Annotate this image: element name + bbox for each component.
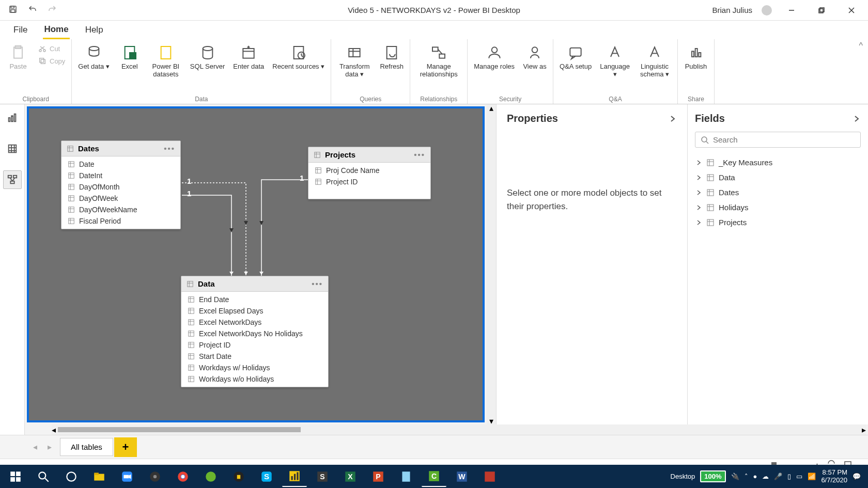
start-button[interactable] [3, 466, 28, 487]
minimize-button[interactable] [781, 2, 802, 19]
table-field[interactable]: Workdays w/o Holidays [181, 373, 328, 385]
maximize-button[interactable] [811, 2, 832, 19]
manage-roles-button[interactable]: Manage roles [472, 41, 517, 71]
tab-next-button[interactable]: ▸ [42, 438, 57, 456]
excel-taskbar-icon[interactable]: X [338, 466, 363, 487]
table-field[interactable]: Workdays w/ Holidays [181, 362, 328, 373]
vpn-icon[interactable] [226, 466, 251, 487]
get-data-button[interactable]: Get data ▾ [76, 41, 112, 71]
tray-icon[interactable]: ● [753, 473, 757, 480]
powerpoint-icon[interactable]: P [366, 466, 391, 487]
table-field[interactable]: Project ID [181, 339, 328, 351]
copy-button[interactable]: Copy [36, 56, 67, 66]
table-field[interactable]: Fiscal Period [61, 215, 180, 227]
avatar[interactable] [762, 5, 772, 15]
tab-home[interactable]: Home [43, 21, 69, 39]
snagit-icon[interactable]: S [310, 466, 335, 487]
word-icon[interactable]: W [450, 466, 474, 487]
tab-prev-button[interactable]: ◂ [28, 438, 42, 456]
table-field[interactable]: Excel NetworkDays [181, 317, 328, 328]
skype-icon[interactable]: S [254, 466, 279, 487]
fields-table-item[interactable]: Data [695, 170, 861, 185]
view-as-button[interactable]: View as [521, 41, 549, 71]
table-field[interactable]: DayOfWeek [61, 193, 180, 204]
tab-all-tables[interactable]: All tables [60, 438, 113, 456]
table-menu-icon[interactable]: ••• [414, 150, 425, 159]
chrome-icon[interactable] [171, 466, 195, 487]
battery-status[interactable]: 100% [700, 470, 725, 482]
cortana-icon[interactable] [59, 466, 84, 487]
zoom-app-icon[interactable] [115, 466, 140, 487]
model-canvas[interactable]: Dates••• DateDateIntDayOfMonthDayOfWeekD… [27, 106, 485, 422]
enter-data-button[interactable]: Enter data [231, 41, 266, 71]
table-field[interactable]: DayOfMonth [61, 181, 180, 193]
fields-search[interactable] [695, 132, 861, 148]
sql-server-button[interactable]: SQL Server [188, 41, 227, 71]
usb-icon[interactable]: ▯ [787, 473, 791, 480]
search-button[interactable] [31, 466, 56, 487]
tab-file[interactable]: File [12, 22, 28, 38]
vertical-scrollbar[interactable]: ▴ ▾ [487, 104, 496, 424]
fields-table-item[interactable]: Holidays [695, 200, 861, 215]
username[interactable]: Brian Julius [712, 6, 752, 14]
table-field[interactable]: Proj Code Name [308, 165, 430, 176]
paste-button[interactable]: Paste [4, 41, 32, 71]
search-input[interactable] [713, 135, 855, 144]
redo-icon[interactable] [48, 5, 57, 16]
file-explorer-icon[interactable] [87, 466, 112, 487]
pbi-datasets-button[interactable]: Power BI datasets [148, 41, 184, 78]
excel-button[interactable]: Excel [116, 41, 144, 71]
power-icon[interactable]: 🔌 [731, 473, 739, 480]
table-field[interactable]: Project ID [308, 176, 430, 187]
language-button[interactable]: Language▾ [598, 41, 632, 78]
clock[interactable]: 8:57 PM 6/7/2020 [821, 469, 847, 484]
table-field[interactable]: DateInt [61, 170, 180, 181]
fields-table-item[interactable]: Projects [695, 215, 861, 230]
media-player-icon[interactable] [143, 466, 167, 487]
mic-icon[interactable]: 🎤 [774, 473, 782, 480]
cut-button[interactable]: Cut [36, 43, 67, 54]
tab-help[interactable]: Help [84, 22, 104, 38]
fields-table-item[interactable]: Dates [695, 185, 861, 200]
dragon-icon[interactable] [198, 466, 223, 487]
horizontal-scrollbar[interactable]: ◂▸ [52, 424, 866, 435]
manage-relationships-button[interactable]: Manage relationships [414, 41, 463, 78]
properties-header[interactable]: Properties [507, 113, 677, 124]
table-field[interactable]: End Date [181, 294, 328, 305]
table-card-data[interactable]: Data••• End DateExcel Elapsed DaysExcel … [181, 276, 329, 387]
table-card-dates[interactable]: Dates••• DateDateIntDayOfMonthDayOfWeekD… [61, 140, 181, 229]
table-field[interactable]: Start Date [181, 351, 328, 362]
transform-data-button[interactable]: Transform data ▾ [335, 41, 374, 78]
linguistic-schema-button[interactable]: Linguistic schema ▾ [636, 41, 673, 78]
onedrive-icon[interactable]: ☁ [762, 473, 769, 480]
battery-icon[interactable]: ▭ [796, 473, 802, 480]
recent-sources-button[interactable]: Recent sources ▾ [270, 41, 327, 71]
table-field[interactable]: Date [61, 159, 180, 170]
recorder-icon[interactable] [477, 466, 502, 487]
data-view-button[interactable] [3, 139, 22, 158]
publish-button[interactable]: Publish [682, 41, 710, 71]
powerbi-taskbar-icon[interactable] [282, 466, 307, 487]
notepad-icon[interactable] [394, 466, 419, 487]
camtasia-icon[interactable]: C [422, 466, 446, 487]
save-icon[interactable] [8, 5, 18, 16]
table-card-projects[interactable]: Projects••• Proj Code NameProject ID [308, 147, 431, 199]
report-view-button[interactable] [3, 108, 22, 127]
fields-header[interactable]: Fields [695, 113, 861, 124]
desktop-toolbar[interactable]: Desktop [671, 473, 695, 480]
tray-expand-icon[interactable]: ˄ [745, 473, 748, 480]
model-view-button[interactable] [3, 170, 22, 189]
undo-icon[interactable] [28, 5, 37, 16]
ribbon-collapse-icon[interactable]: ^ [854, 39, 868, 104]
wifi-icon[interactable]: 📶 [808, 473, 816, 480]
notifications-icon[interactable]: 💬 [853, 473, 861, 480]
fields-table-item[interactable]: _Key Measures [695, 155, 861, 170]
table-field[interactable]: Excel Elapsed Days [181, 305, 328, 317]
close-button[interactable] [841, 2, 862, 19]
refresh-button[interactable]: Refresh [378, 41, 406, 71]
table-menu-icon[interactable]: ••• [164, 144, 175, 153]
table-field[interactable]: Excel NetworkDays No Holidays [181, 328, 328, 339]
table-field[interactable]: DayOfWeekName [61, 204, 180, 215]
add-tab-button[interactable]: + [114, 437, 137, 457]
qna-setup-button[interactable]: Q&A setup [557, 41, 594, 71]
